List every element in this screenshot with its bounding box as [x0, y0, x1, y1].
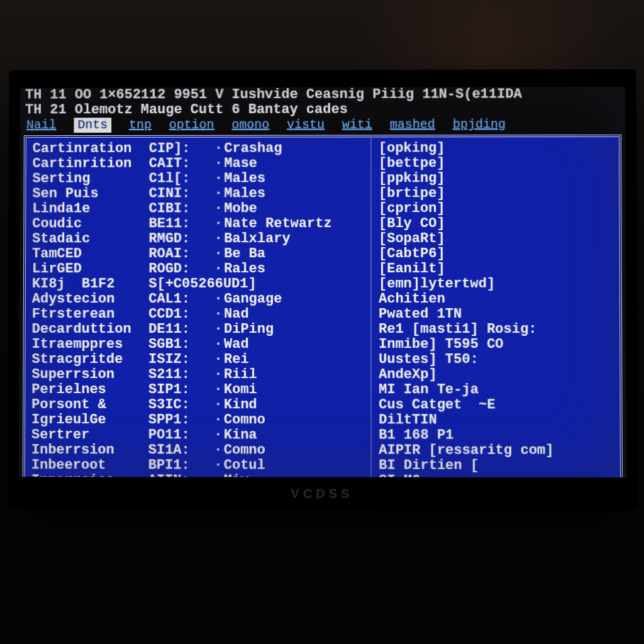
cell-status: [cprion]: [367, 201, 623, 216]
monitor-brand-label: VCDSS: [291, 487, 353, 501]
table-row[interactable]: SuperrsionS211:·RiilAndeXp]: [31, 367, 613, 382]
cell-status: [Bly CO]: [367, 216, 623, 231]
cell-code: CCD1:: [148, 307, 213, 322]
menu-vistu[interactable]: vistu: [287, 118, 325, 133]
table-row[interactable]: CartinritionCAIT:·Mase[bettpe]: [33, 156, 613, 172]
cell-status: SI M6: [367, 474, 624, 477]
cell-name: Cartinration: [33, 142, 149, 157]
menu-nail[interactable]: Nail: [26, 118, 57, 133]
cell-value: Riil: [224, 367, 367, 382]
menu-tnp[interactable]: tnp: [129, 118, 152, 133]
bullet-icon: ·: [213, 231, 224, 247]
table-row[interactable]: InbeerootBPI1:·CotulBI Dirtien [: [31, 458, 614, 474]
bullet-icon: ·: [213, 171, 224, 186]
cell-value: Kina: [224, 428, 367, 443]
cell-code: S3IC:: [148, 397, 213, 413]
cell-name: Serting: [32, 172, 148, 187]
table-row[interactable]: ItraemppresSGB1:·WadInmibe] T595 CO: [32, 337, 614, 352]
cell-value: Balxlary: [224, 231, 367, 247]
cell-value: Males: [224, 186, 367, 201]
table-row[interactable]: InberrsionSI1A:·ComnoAIPIR [ressaritg co…: [31, 443, 614, 458]
menu-bpjding[interactable]: bpjding: [453, 117, 506, 132]
header-line-2: TH 21 Olemotz Mauge Cutt 6 Bantay cades: [20, 102, 625, 118]
table-row[interactable]: Porsont &S3IC:·KindCus Catget ~E: [31, 397, 613, 413]
table-row[interactable]: StadaicRMGD:·Balxlary[SopaRt]: [32, 231, 613, 247]
data-panel: CartinrationCIP]:·Crashag[opking]Cartinr…: [23, 135, 623, 477]
table-row[interactable]: DecarduttionDE11:·DiPingRe1 [masti1] Ros…: [32, 322, 614, 337]
cell-code: BPI1:: [148, 458, 213, 473]
cell-code: C1l[:: [149, 171, 213, 186]
table-row[interactable]: Linda1eCIBI:·Mobe[cprion]: [32, 201, 613, 217]
bullet-icon: ·: [213, 397, 224, 413]
bullet-icon: ·: [213, 247, 224, 262]
bullet-icon: ·: [213, 262, 224, 277]
cell-status: MI Ian Te-ja: [367, 382, 623, 397]
cell-code: SGB1:: [148, 337, 213, 352]
cell-status: [ppking]: [367, 171, 623, 186]
screen-area: TH 11 OO 1×652112 9951 V Iushvide Ceasni…: [19, 87, 626, 477]
cell-code: CAL1:: [148, 292, 213, 307]
table-row[interactable]: PerielnesSIP1:·KomiMI Ian Te-ja: [31, 382, 613, 397]
table-row[interactable]: CartinrationCIP]:·Crashag[opking]: [33, 141, 613, 157]
cell-name: Decarduttion: [32, 322, 149, 337]
bullet-icon: ·: [213, 142, 224, 157]
cell-status: AndeXp]: [367, 367, 623, 382]
cell-name: Superrsion: [31, 367, 148, 382]
bullet-icon: ·: [213, 337, 224, 352]
cell-code-merged: S[+C05266UD1]: [148, 277, 367, 292]
cell-code: CIP]:: [149, 142, 213, 157]
cell-status: [emn]lytertwd]: [367, 277, 623, 292]
cell-status: DiltTIN: [367, 413, 624, 428]
cell-value: Cotul: [224, 458, 367, 473]
menu-witi[interactable]: witi: [342, 118, 372, 133]
table-row[interactable]: InperrsiosAIIN:·MivSI M6: [31, 473, 614, 477]
cell-name: Sen Puis: [32, 186, 148, 201]
table-row[interactable]: FtrstereanCCD1:·NadPwated 1TN: [32, 307, 613, 322]
cell-name: Cartinrition: [33, 157, 149, 172]
bullet-icon: ·: [213, 307, 224, 322]
bullet-icon: ·: [213, 473, 224, 477]
table-row[interactable]: IgrieulGeSPP1:·ComnoDiltTIN: [31, 413, 614, 428]
table-row[interactable]: KI8j B1F2S[+C05266UD1][emn]lytertwd]: [32, 277, 613, 292]
cell-name: Ftrsterean: [32, 307, 149, 322]
table-row[interactable]: SertingC1l[:·Males[ppking]: [32, 171, 613, 187]
monitor-bezel: TH 11 OO 1×652112 9951 V Iushvide Ceasni…: [8, 69, 638, 510]
cell-name: Inberrsion: [31, 443, 148, 458]
cell-value: Be Ba: [224, 247, 367, 262]
table-row[interactable]: LirGEDROGD:·Rales[Eanilt]: [32, 262, 613, 277]
cell-value: Wad: [224, 337, 367, 352]
cell-name: Stracgritde: [31, 352, 148, 367]
data-rows: CartinrationCIP]:·Crashag[opking]Cartinr…: [31, 141, 614, 477]
bullet-icon: ·: [213, 292, 224, 307]
cell-name: Itraemppres: [32, 337, 149, 352]
cell-status: BI Dirtien [: [367, 458, 624, 474]
table-row[interactable]: StracgritdeISIZ:·ReiUustes] T50:: [31, 352, 613, 367]
bullet-icon: ·: [213, 322, 224, 337]
table-row[interactable]: SertrerPO11:·KinaB1 168 P1: [31, 428, 614, 443]
cell-status: Cus Catget ~E: [367, 397, 624, 413]
table-row[interactable]: TamCEDROAI:·Be Ba[CabtP6]: [32, 247, 613, 262]
menu-mashed[interactable]: mashed: [390, 117, 435, 132]
menu-dnts[interactable]: Dnts: [74, 118, 111, 133]
cell-code: ISIZ:: [148, 352, 213, 367]
table-row[interactable]: Sen PuisCINI:·Males[brtipe]: [32, 186, 613, 202]
cell-code: CIBI:: [149, 201, 213, 216]
cell-name: Porsont &: [31, 397, 148, 413]
bullet-icon: ·: [213, 367, 224, 382]
cell-name: Perielnes: [31, 382, 148, 397]
cell-name: LirGED: [32, 262, 148, 277]
bullet-icon: ·: [213, 201, 224, 216]
cell-value: Comno: [224, 443, 367, 458]
cell-name: Stadaic: [32, 231, 148, 247]
bullet-icon: ·: [213, 443, 224, 458]
cell-code: PO11:: [148, 428, 213, 443]
table-row[interactable]: AdystecionCAL1:·GangageAchitien: [32, 292, 613, 307]
cell-code: DE11:: [148, 322, 213, 337]
cell-value: DiPing: [224, 322, 367, 337]
cell-code: AIIN:: [148, 473, 213, 477]
menu-omono[interactable]: omono: [231, 118, 269, 133]
table-row[interactable]: CoudicBE11:·Nate Retwartz[Bly CO]: [32, 216, 613, 232]
menu-option[interactable]: option: [169, 118, 214, 133]
cell-value: Kind: [224, 397, 367, 413]
cell-status: Achitien: [367, 292, 623, 307]
